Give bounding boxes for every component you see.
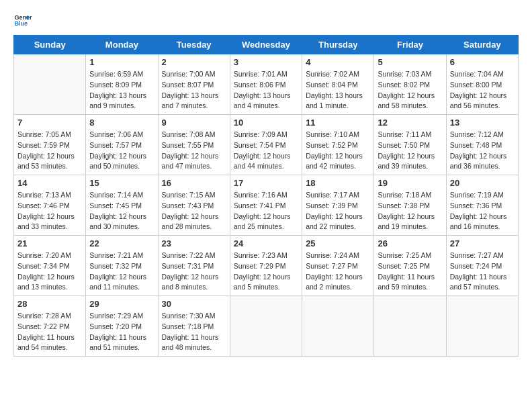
day-number: 3 <box>234 57 298 67</box>
calendar-cell <box>446 296 518 357</box>
day-info: Sunrise: 7:20 AMSunset: 7:34 PMDaylight:… <box>17 250 82 293</box>
logo-icon: General Blue <box>13 11 32 30</box>
day-number: 21 <box>17 238 82 248</box>
day-info: Sunrise: 7:03 AMSunset: 8:02 PMDaylight:… <box>378 69 442 111</box>
day-info: Sunrise: 7:02 AMSunset: 8:04 PMDaylight:… <box>306 69 370 111</box>
day-number: 12 <box>378 118 442 128</box>
calendar-cell <box>302 296 374 357</box>
day-info: Sunrise: 7:09 AMSunset: 7:54 PMDaylight:… <box>234 130 298 172</box>
calendar-cell: 3Sunrise: 7:01 AMSunset: 8:06 PMDaylight… <box>230 54 302 115</box>
day-info: Sunrise: 7:19 AMSunset: 7:36 PMDaylight:… <box>450 190 515 232</box>
calendar-cell <box>374 296 446 357</box>
day-info: Sunrise: 7:15 AMSunset: 7:43 PMDaylight:… <box>162 190 226 232</box>
calendar-cell: 20Sunrise: 7:19 AMSunset: 7:36 PMDayligh… <box>446 175 518 236</box>
calendar-cell: 11Sunrise: 7:10 AMSunset: 7:52 PMDayligh… <box>302 115 374 175</box>
day-info: Sunrise: 7:04 AMSunset: 8:00 PMDaylight:… <box>450 69 515 111</box>
calendar-cell: 1Sunrise: 6:59 AMSunset: 8:09 PMDaylight… <box>86 54 158 115</box>
day-info: Sunrise: 7:08 AMSunset: 7:55 PMDaylight:… <box>162 130 226 172</box>
day-number: 22 <box>89 238 154 248</box>
day-info: Sunrise: 6:59 AMSunset: 8:09 PMDaylight:… <box>89 69 154 111</box>
day-number: 19 <box>378 178 442 188</box>
calendar-cell <box>230 296 302 357</box>
calendar-cell: 15Sunrise: 7:14 AMSunset: 7:45 PMDayligh… <box>86 175 158 236</box>
weekday-header-row: SundayMondayTuesdayWednesdayThursdayFrid… <box>14 36 519 54</box>
header: General Blue <box>13 11 519 30</box>
day-number: 25 <box>306 238 370 248</box>
day-info: Sunrise: 7:16 AMSunset: 7:41 PMDaylight:… <box>234 190 298 232</box>
calendar-cell: 9Sunrise: 7:08 AMSunset: 7:55 PMDaylight… <box>158 115 230 175</box>
calendar-cell <box>14 54 86 115</box>
day-number: 26 <box>378 238 442 248</box>
svg-text:Blue: Blue <box>14 20 28 27</box>
weekday-header-sunday: Sunday <box>14 36 86 54</box>
calendar-cell: 23Sunrise: 7:22 AMSunset: 7:31 PMDayligh… <box>158 236 230 296</box>
weekday-header-wednesday: Wednesday <box>230 36 302 54</box>
calendar-cell: 16Sunrise: 7:15 AMSunset: 7:43 PMDayligh… <box>158 175 230 236</box>
day-info: Sunrise: 7:11 AMSunset: 7:50 PMDaylight:… <box>378 130 442 172</box>
calendar-week-1: 1Sunrise: 6:59 AMSunset: 8:09 PMDaylight… <box>14 54 519 115</box>
weekday-header-saturday: Saturday <box>446 36 518 54</box>
svg-text:General: General <box>14 14 32 21</box>
calendar-cell: 30Sunrise: 7:30 AMSunset: 7:18 PMDayligh… <box>158 296 230 357</box>
calendar-cell: 21Sunrise: 7:20 AMSunset: 7:34 PMDayligh… <box>14 236 86 296</box>
calendar-cell: 22Sunrise: 7:21 AMSunset: 7:32 PMDayligh… <box>86 236 158 296</box>
calendar-week-3: 14Sunrise: 7:13 AMSunset: 7:46 PMDayligh… <box>14 175 519 236</box>
weekday-header-friday: Friday <box>374 36 446 54</box>
calendar-cell: 12Sunrise: 7:11 AMSunset: 7:50 PMDayligh… <box>374 115 446 175</box>
day-number: 14 <box>17 178 82 188</box>
calendar-cell: 17Sunrise: 7:16 AMSunset: 7:41 PMDayligh… <box>230 175 302 236</box>
day-info: Sunrise: 7:23 AMSunset: 7:29 PMDaylight:… <box>234 250 298 293</box>
calendar-cell: 2Sunrise: 7:00 AMSunset: 8:07 PMDaylight… <box>158 54 230 115</box>
day-number: 7 <box>17 118 82 128</box>
weekday-header-thursday: Thursday <box>302 36 374 54</box>
calendar-cell: 29Sunrise: 7:29 AMSunset: 7:20 PMDayligh… <box>86 296 158 357</box>
day-number: 23 <box>162 238 226 248</box>
calendar-week-2: 7Sunrise: 7:05 AMSunset: 7:59 PMDaylight… <box>14 115 519 175</box>
calendar-cell: 5Sunrise: 7:03 AMSunset: 8:02 PMDaylight… <box>374 54 446 115</box>
calendar-cell: 27Sunrise: 7:27 AMSunset: 7:24 PMDayligh… <box>446 236 518 296</box>
day-info: Sunrise: 7:17 AMSunset: 7:39 PMDaylight:… <box>306 190 370 232</box>
day-number: 11 <box>306 118 370 128</box>
day-info: Sunrise: 7:21 AMSunset: 7:32 PMDaylight:… <box>89 250 154 293</box>
calendar-table: SundayMondayTuesdayWednesdayThursdayFrid… <box>13 35 519 357</box>
calendar-cell: 14Sunrise: 7:13 AMSunset: 7:46 PMDayligh… <box>14 175 86 236</box>
day-number: 20 <box>450 178 515 188</box>
calendar-week-4: 21Sunrise: 7:20 AMSunset: 7:34 PMDayligh… <box>14 236 519 296</box>
day-number: 13 <box>450 118 515 128</box>
day-info: Sunrise: 7:18 AMSunset: 7:38 PMDaylight:… <box>378 190 442 232</box>
day-number: 2 <box>162 57 226 67</box>
day-number: 29 <box>89 299 154 309</box>
day-info: Sunrise: 7:25 AMSunset: 7:25 PMDaylight:… <box>378 250 442 293</box>
day-info: Sunrise: 7:22 AMSunset: 7:31 PMDaylight:… <box>162 250 226 293</box>
calendar-cell: 4Sunrise: 7:02 AMSunset: 8:04 PMDaylight… <box>302 54 374 115</box>
calendar-cell: 26Sunrise: 7:25 AMSunset: 7:25 PMDayligh… <box>374 236 446 296</box>
weekday-header-monday: Monday <box>86 36 158 54</box>
day-info: Sunrise: 7:05 AMSunset: 7:59 PMDaylight:… <box>17 130 82 172</box>
day-info: Sunrise: 7:12 AMSunset: 7:48 PMDaylight:… <box>450 130 515 172</box>
day-number: 6 <box>450 57 515 67</box>
calendar-cell: 19Sunrise: 7:18 AMSunset: 7:38 PMDayligh… <box>374 175 446 236</box>
calendar-cell: 8Sunrise: 7:06 AMSunset: 7:57 PMDaylight… <box>86 115 158 175</box>
day-info: Sunrise: 7:14 AMSunset: 7:45 PMDaylight:… <box>89 190 154 232</box>
day-info: Sunrise: 7:01 AMSunset: 8:06 PMDaylight:… <box>234 69 298 111</box>
logo: General Blue <box>13 11 32 30</box>
day-number: 10 <box>234 118 298 128</box>
calendar-cell: 7Sunrise: 7:05 AMSunset: 7:59 PMDaylight… <box>14 115 86 175</box>
calendar-cell: 28Sunrise: 7:28 AMSunset: 7:22 PMDayligh… <box>14 296 86 357</box>
day-info: Sunrise: 7:29 AMSunset: 7:20 PMDaylight:… <box>89 311 154 353</box>
day-number: 17 <box>234 178 298 188</box>
calendar-cell: 6Sunrise: 7:04 AMSunset: 8:00 PMDaylight… <box>446 54 518 115</box>
day-info: Sunrise: 7:00 AMSunset: 8:07 PMDaylight:… <box>162 69 226 111</box>
calendar-cell: 13Sunrise: 7:12 AMSunset: 7:48 PMDayligh… <box>446 115 518 175</box>
day-number: 28 <box>17 299 82 309</box>
day-number: 9 <box>162 118 226 128</box>
day-number: 24 <box>234 238 298 248</box>
day-info: Sunrise: 7:13 AMSunset: 7:46 PMDaylight:… <box>17 190 82 232</box>
day-info: Sunrise: 7:06 AMSunset: 7:57 PMDaylight:… <box>89 130 154 172</box>
weekday-header-tuesday: Tuesday <box>158 36 230 54</box>
day-number: 18 <box>306 178 370 188</box>
day-info: Sunrise: 7:27 AMSunset: 7:24 PMDaylight:… <box>450 250 515 293</box>
day-number: 15 <box>89 178 154 188</box>
calendar-cell: 10Sunrise: 7:09 AMSunset: 7:54 PMDayligh… <box>230 115 302 175</box>
day-number: 30 <box>162 299 226 309</box>
